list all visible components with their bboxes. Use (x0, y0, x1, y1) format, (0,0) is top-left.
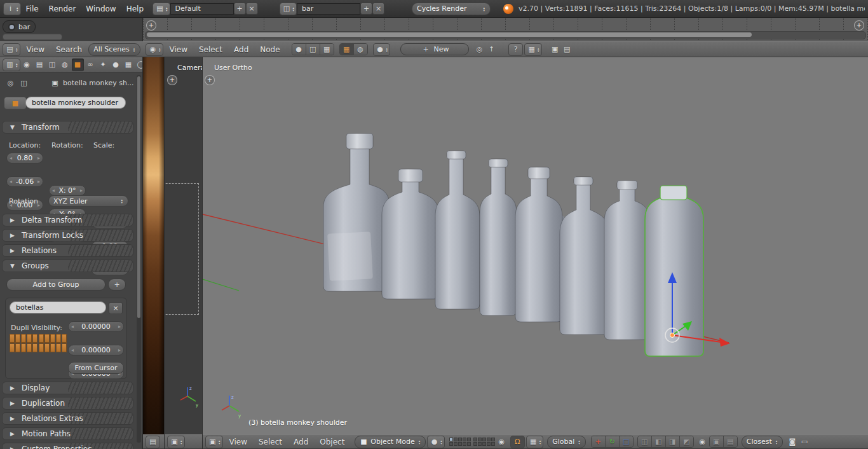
node-editor-canvas[interactable] (143, 18, 868, 41)
snap-node-button[interactable] (524, 43, 542, 56)
region-expand-icon[interactable] (146, 20, 156, 31)
snap-peel-button[interactable] (724, 436, 737, 447)
properties-scrollbar[interactable] (137, 75, 141, 443)
editor-type-button[interactable] (3, 59, 20, 71)
group-name-field[interactable]: botellas (10, 301, 106, 314)
snap-target-dropdown[interactable]: Closest (742, 436, 783, 448)
shader-nodes-button[interactable] (292, 44, 306, 55)
menu-select[interactable]: Select (194, 45, 227, 55)
editor-type-button[interactable] (146, 436, 160, 448)
camera-viewport-canvas[interactable]: Camera z y (165, 57, 202, 434)
panel-drag-handle[interactable] (68, 260, 133, 272)
orientation-dropdown[interactable]: Global (547, 436, 586, 448)
panel-motion-paths[interactable]: Motion Paths (2, 427, 133, 440)
panel-groups[interactable]: Groups (2, 259, 133, 272)
scale-manipulator-button[interactable] (620, 436, 633, 447)
panel-drag-handle[interactable] (68, 245, 133, 256)
scrollbar-thumb[interactable] (147, 32, 752, 37)
rotate-manipulator-button[interactable] (606, 436, 620, 447)
panel-drag-handle[interactable] (68, 121, 133, 133)
camera-viewport[interactable]: Camera z y (164, 57, 202, 449)
mode-dropdown[interactable]: Object Mode (355, 436, 426, 448)
dupli-layers-grid-right[interactable] (39, 334, 67, 352)
panel-drag-handle[interactable] (68, 413, 133, 424)
editor-type-button[interactable] (167, 436, 185, 448)
panel-drag-handle[interactable] (68, 382, 133, 394)
rotation-x-field[interactable]: X: 0° (49, 185, 86, 196)
menu-select[interactable]: Select (254, 437, 287, 447)
opengl-render-icon[interactable] (787, 436, 797, 447)
auto-render-button[interactable] (508, 43, 523, 56)
screen-layout-browse-button[interactable] (153, 3, 170, 15)
panel-drag-handle[interactable] (68, 214, 133, 226)
scene-lock-icon[interactable] (496, 436, 507, 447)
tab-scene[interactable] (46, 59, 58, 71)
proportional-edit-button[interactable] (638, 436, 652, 447)
panel-drag-handle[interactable] (68, 230, 133, 241)
tab-render[interactable] (21, 59, 33, 71)
breadcrumb-object[interactable]: botella monkey sh... (63, 79, 134, 87)
remove-group-button[interactable] (109, 302, 123, 314)
menu-view[interactable]: View (165, 45, 193, 55)
snap-extra-button-2[interactable] (680, 436, 693, 447)
scene-browse-button[interactable] (280, 3, 297, 15)
backdrop-icon[interactable] (562, 44, 573, 55)
dupli-layers-grid-left[interactable] (10, 334, 37, 352)
editor-type-button[interactable] (146, 43, 163, 56)
snap-self-button[interactable] (710, 436, 724, 447)
menu-help[interactable]: Help (121, 4, 149, 14)
outliner-canvas[interactable]: bar (0, 18, 143, 41)
panel-drag-handle[interactable] (68, 443, 133, 449)
editor-type-button[interactable] (3, 3, 21, 15)
tab-physics[interactable] (135, 59, 143, 71)
material-slot-button[interactable] (373, 43, 391, 56)
render-border-icon[interactable] (697, 436, 708, 447)
panel-duplication[interactable]: Duplication (2, 397, 133, 410)
panel-relations-extras[interactable]: Relations Extras (2, 412, 133, 425)
outliner-display-mode-dropdown[interactable]: All Scenes (88, 43, 140, 56)
render-engine-dropdown[interactable]: Cycles Render (412, 3, 491, 15)
world-shader-button[interactable] (354, 44, 367, 55)
tab-world[interactable] (59, 59, 71, 71)
reference-image[interactable] (143, 57, 164, 434)
outliner-scene-item[interactable]: bar (3, 20, 36, 33)
node-editor-hscrollbar[interactable] (145, 31, 866, 39)
menu-file[interactable]: File (21, 4, 44, 14)
location-x-field[interactable]: 0.80 (6, 153, 43, 163)
viewport-shading-dropdown[interactable] (427, 436, 445, 448)
screen-layout-field[interactable]: Default (170, 3, 234, 15)
dupli-offset-y-field[interactable]: 0.00000 (68, 345, 124, 356)
texture-nodes-button[interactable] (320, 44, 334, 55)
menu-add[interactable]: Add (229, 45, 254, 55)
object-name-field[interactable]: botella monkey shoulder (25, 97, 126, 109)
menu-window[interactable]: Window (81, 4, 121, 14)
snap-extra-button[interactable] (666, 436, 680, 447)
tab-constraints[interactable] (85, 59, 97, 71)
dupli-offset-x-field[interactable]: 0.00000 (68, 321, 124, 332)
pin-icon[interactable] (5, 78, 16, 88)
opengl-animation-icon[interactable] (799, 436, 810, 447)
menu-view[interactable]: View (22, 45, 50, 55)
new-node-tree-button[interactable]: New (400, 43, 469, 55)
menu-object[interactable]: Object (315, 437, 349, 447)
tab-object[interactable] (72, 59, 84, 71)
bottle-row[interactable] (323, 134, 703, 356)
panel-transform-locks[interactable]: Transform Locks (2, 229, 133, 242)
editor-type-button[interactable] (205, 436, 223, 448)
compositing-nodes-button[interactable] (306, 44, 320, 55)
editor-type-button[interactable] (3, 43, 20, 56)
tab-modifiers[interactable] (97, 59, 109, 71)
delete-screen-layout-button[interactable] (246, 3, 258, 15)
snap-toggle-button[interactable] (510, 436, 525, 448)
tab-texture[interactable] (123, 59, 135, 71)
overlay-icon[interactable] (550, 44, 560, 55)
go-to-parent-icon[interactable] (486, 44, 497, 55)
layers-widget-left[interactable] (449, 438, 471, 446)
panel-transform[interactable]: Transform (2, 121, 133, 134)
rotation-mode-dropdown[interactable]: XYZ Euler (48, 195, 128, 207)
object-shader-button[interactable] (340, 44, 354, 55)
panel-custom-properties[interactable]: Custom Properties (2, 443, 133, 449)
menu-add[interactable]: Add (288, 437, 313, 447)
from-cursor-button[interactable]: From Cursor (68, 362, 124, 374)
snap-element-dropdown[interactable] (526, 436, 544, 448)
